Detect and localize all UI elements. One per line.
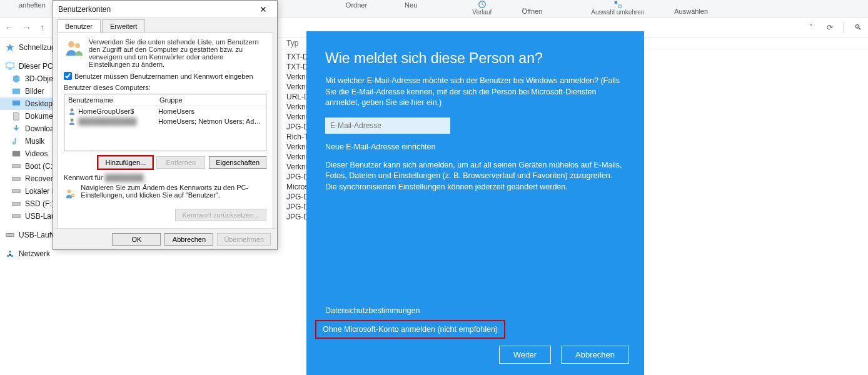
- reset-password-button: Kennwort zurücksetzen...: [175, 209, 266, 221]
- dialog-intro: Verwenden Sie die unten stehende Liste, …: [89, 38, 266, 68]
- ribbon-group-new: Neu: [405, 0, 417, 9]
- privacy-link[interactable]: Datenschutzbestimmungen: [325, 306, 420, 315]
- next-button[interactable]: Weiter: [499, 346, 551, 364]
- users-icon: [64, 38, 84, 58]
- svg-rect-11: [13, 189, 20, 192]
- remove-user-button: Entfernen: [156, 156, 205, 169]
- svg-point-20: [71, 109, 74, 112]
- email-input[interactable]: [325, 118, 450, 134]
- svg-rect-9: [13, 164, 20, 168]
- col-group[interactable]: Gruppe: [156, 94, 186, 106]
- new-email-link[interactable]: Neue E-Mail-Adresse einrichten: [325, 142, 625, 151]
- nav-back-icon[interactable]: ←: [5, 22, 14, 32]
- no-ms-account-link[interactable]: Ohne Microsoft-Konto anmelden (nicht emp…: [315, 320, 505, 339]
- ms-benefit-text: Dieser Benutzer kann sich anmelden, um a…: [325, 160, 625, 193]
- users-list-title: Benutzer dieses Computers:: [64, 84, 266, 91]
- nav-up-icon[interactable]: ↑: [40, 22, 44, 32]
- ok-button[interactable]: OK: [112, 233, 161, 246]
- user-icon: [68, 118, 76, 125]
- svg-rect-6: [13, 89, 20, 94]
- cancel-button[interactable]: Abbrechen: [164, 233, 213, 246]
- svg-rect-12: [13, 202, 20, 205]
- require-password-input[interactable]: [64, 72, 72, 80]
- svg-rect-5: [8, 69, 11, 70]
- svg-rect-8: [13, 151, 20, 157]
- svg-marker-3: [6, 44, 14, 51]
- ribbon-group-select: Auswählen: [674, 6, 708, 15]
- password-hint-text: Navigieren Sie zum Ändern des Kennworts …: [81, 184, 266, 199]
- tab-users[interactable]: Benutzer: [57, 19, 101, 32]
- svg-point-23: [72, 194, 74, 197]
- svg-point-15: [9, 251, 11, 253]
- dialog-title: Benutzerkonten: [58, 5, 255, 14]
- nav-forward-icon[interactable]: →: [23, 22, 31, 32]
- user-accounts-dialog: Benutzerkonten ✕ Benutzer Erweitert Verw…: [53, 0, 278, 250]
- col-username[interactable]: Benutzername: [64, 94, 156, 106]
- svg-rect-7: [13, 101, 20, 106]
- add-user-button[interactable]: Hinzufügen...: [98, 156, 153, 169]
- ms-heading: Wie meldet sich diese Person an?: [325, 50, 625, 67]
- users-listbox[interactable]: Benutzername Gruppe HomeGroupUser$ HomeU…: [64, 94, 266, 151]
- ms-cancel-button[interactable]: Abbrechen: [561, 346, 629, 364]
- svg-rect-14: [6, 233, 14, 236]
- svg-rect-4: [6, 63, 14, 68]
- nav-refresh-icon[interactable]: ⟳: [825, 22, 835, 32]
- nav-dropdown-icon[interactable]: ˅: [806, 22, 816, 32]
- close-icon[interactable]: ✕: [255, 4, 272, 14]
- svg-rect-13: [13, 214, 20, 218]
- svg-rect-2: [618, 5, 621, 8]
- svg-point-22: [67, 189, 71, 193]
- ms-account-signin-panel: Wie meldet sich diese Person an? Mit wel…: [306, 31, 644, 375]
- svg-rect-10: [13, 177, 20, 180]
- ribbon-group-open: Öffnen: [522, 6, 542, 15]
- svg-point-18: [68, 41, 74, 48]
- svg-point-21: [71, 119, 74, 122]
- ribbon-history[interactable]: Verlauf: [472, 0, 492, 16]
- svg-rect-1: [615, 1, 617, 4]
- password-for-label: Kennwort für: [64, 174, 103, 181]
- user-icon: [68, 108, 76, 115]
- ribbon-invert-selection[interactable]: Auswahl umkehren: [591, 0, 644, 16]
- ribbon-group-folder: Ordner: [346, 0, 367, 9]
- ms-description: Mit welcher E-Mail-Adresse möchte sich d…: [325, 76, 625, 109]
- ribbon-attach-label: anheften: [19, 0, 46, 9]
- apply-button: Übernehmen: [217, 233, 271, 246]
- search-icon[interactable]: 🔍︎: [853, 22, 863, 32]
- properties-button[interactable]: Eigenschaften: [209, 156, 266, 169]
- svg-point-19: [75, 43, 80, 48]
- user-row[interactable]: HomeGroupUser$ HomeUsers: [64, 106, 266, 116]
- key-user-icon: [64, 184, 76, 204]
- require-password-checkbox[interactable]: Benutzer müssen Benutzernamen und Kennwo…: [64, 72, 266, 80]
- user-row[interactable]: ████████████ HomeUsers; Netmon Users; Ad…: [64, 116, 266, 126]
- tab-advanced[interactable]: Erweitert: [102, 19, 145, 32]
